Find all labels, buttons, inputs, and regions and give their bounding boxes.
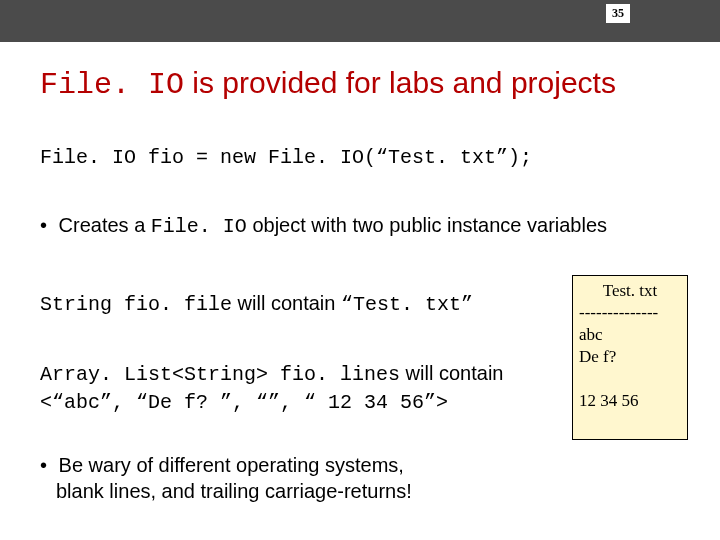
bullet2-l1: Be wary of different operating systems, [53, 454, 404, 476]
bullet-wary: • Be wary of different operating systems… [40, 452, 520, 504]
file-line-2: De f? [579, 346, 681, 368]
line2-mid: will contain [232, 292, 341, 314]
bullet1-post: object with two public instance variable… [247, 214, 607, 236]
slide-title: File. IO is provided for labs and projec… [40, 66, 680, 102]
title-rest: is provided for labs and projects [184, 66, 616, 99]
arraylist-line: Array. List<String> fio. lines will cont… [40, 360, 520, 416]
file-line-1: abc [579, 324, 681, 346]
bullet-creates: • Creates a File. IO object with two pub… [40, 214, 680, 238]
line3-code1: Array. List<String> fio. lines [40, 363, 400, 386]
line2-code2: “Test. txt” [341, 293, 473, 316]
bullet1-code: File. IO [151, 215, 247, 238]
bullet-dot: • [40, 214, 47, 236]
line2-code: String fio. file [40, 293, 232, 316]
code-example: File. IO fio = new File. IO(“Test. txt”)… [40, 146, 532, 169]
title-code: File. IO [40, 68, 184, 102]
page-number: 35 [606, 4, 630, 23]
file-name: Test. txt [579, 280, 681, 302]
line3-code2: <“abc”, “De f? ”, “”, “ 12 34 56”> [40, 391, 448, 414]
bullet1-pre: Creates a [53, 214, 151, 236]
string-file-line: String fio. file will contain “Test. txt… [40, 292, 520, 316]
file-line-4: 12 34 56 [579, 390, 681, 412]
bullet2-l2: blank lines, and trailing carriage-retur… [56, 478, 520, 504]
slide: 35 File. IO is provided for labs and pro… [0, 0, 720, 540]
file-dashes: -------------- [579, 302, 681, 324]
line3-mid: will contain [400, 362, 503, 384]
top-bar: 35 [0, 0, 720, 42]
bullet2-dot: • [40, 454, 47, 476]
file-contents-box: Test. txt -------------- abc De f? 12 34… [572, 275, 688, 440]
file-line-3 [579, 368, 681, 390]
